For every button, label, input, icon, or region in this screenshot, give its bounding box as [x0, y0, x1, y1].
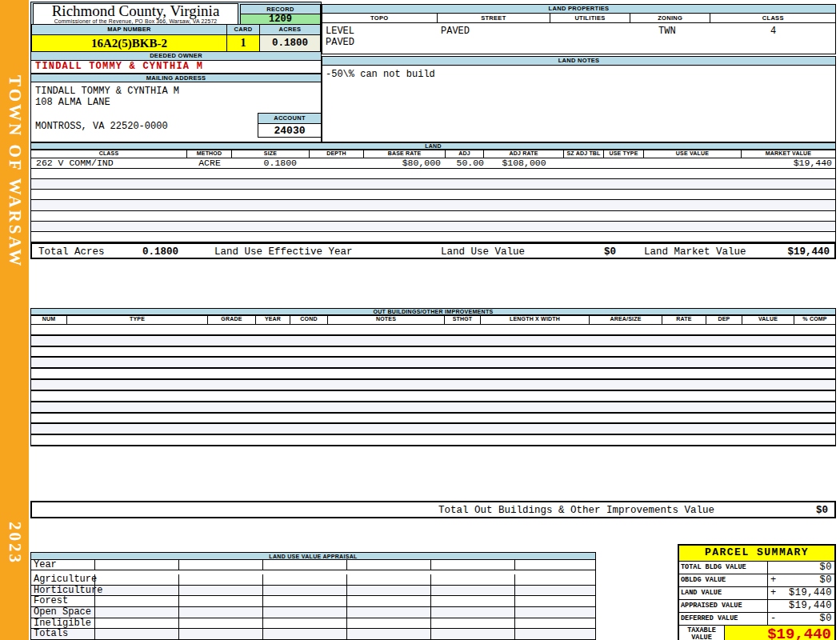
out-buildings-total-bar: Total Out Buildings & Other Improvements… — [30, 501, 836, 518]
appraisal-row-agriculture: Agriculture — [31, 574, 595, 586]
property-record-card: TOWN OF WARSAW 2023 Richmond County, Vir… — [0, 0, 840, 640]
record-box: RECORD 1209 — [240, 4, 321, 24]
land-use-appraisal-title: LAND USE VALUE APPRAISAL — [30, 552, 596, 560]
commissioner-line: Commissioner of the Revenue, PO Box 366,… — [34, 18, 238, 24]
address-line-2: 108 ALMA LANE — [35, 97, 110, 108]
land-col-adj-rate: ADJ RATE — [484, 150, 564, 158]
appraisal-label-year: Year — [31, 560, 95, 570]
land-notes-title: LAND NOTES — [322, 57, 835, 66]
land-sz-adj-tbl-value — [564, 158, 604, 168]
appraisal-row-horticulture: Horticulture — [31, 586, 595, 597]
land-properties-box: LAND PROPERTIES TOPO STREET UTILITIES ZO… — [322, 4, 836, 54]
land-properties-columns: TOPO STREET UTILITIES ZONING CLASS — [322, 14, 835, 23]
out-buildings-total-label: Total Out Buildings & Other Improvements… — [438, 505, 714, 516]
column-utilities: UTILITIES — [550, 14, 630, 23]
column-street: STREET — [438, 14, 551, 23]
ob-col-notes: NOTES — [328, 316, 445, 324]
land-section-title: LAND — [30, 142, 836, 150]
land-col-method: METHOD — [187, 150, 232, 158]
ob-col-dep: DEP — [706, 316, 742, 324]
parcel-value: $19,440 — [782, 587, 834, 599]
parcel-op: - — [768, 613, 782, 625]
effective-year-label: Land Use Effective Year — [214, 246, 353, 258]
deeded-owner-label: DEEDED OWNER — [31, 51, 321, 61]
map-header-row: MAP NUMBER CARD ACRES — [31, 24, 322, 35]
ob-col-length-width: LENGTH X WIDTH — [481, 316, 590, 324]
account-value: 24030 — [258, 124, 321, 138]
ob-col-pct-comp: % COMP — [794, 316, 835, 324]
land-use-value-value — [644, 158, 742, 168]
land-col-class: CLASS — [31, 150, 187, 158]
appraisal-row-ineligible: Ineligible — [31, 618, 595, 630]
taxable-value: $19,440 — [725, 626, 834, 640]
deeded-owner-value: TINDALL TOMMY & CYNTHIA M — [31, 61, 321, 74]
topo-value-1: LEVEL — [326, 26, 354, 37]
header-panel: Richmond County, Virginia Commissioner o… — [30, 2, 322, 142]
land-col-sz-adj-tbl: SZ ADJ TBL — [564, 150, 604, 158]
acres-value: 0.1800 — [259, 34, 321, 52]
ob-col-year: YEAR — [256, 316, 290, 324]
land-use-appraisal-table: Year Agriculture Horticulture Forest Ope… — [30, 560, 596, 640]
appraisal-label-ineligible: Ineligible — [31, 618, 95, 630]
land-data-row: 262 V COMM/IND ACRE 0.1800 $80,000 50.00… — [30, 158, 836, 169]
column-zoning: ZONING — [630, 14, 711, 23]
address-line-1: TINDALL TOMMY & CYNTHIA M — [35, 86, 179, 97]
appraisal-label-horticulture: Horticulture — [31, 586, 95, 597]
land-adj-rate-value: $108,000 — [484, 158, 564, 168]
appraisal-row-forest: Forest — [31, 596, 595, 607]
land-properties-values: LEVEL PAVED TWN 4 PAVED — [322, 23, 835, 54]
land-size-value: 0.1800 — [232, 158, 310, 168]
card-value: 1 — [226, 34, 260, 52]
parcel-value: $0 — [782, 562, 834, 574]
land-note-text: -50\% can not build — [326, 69, 435, 80]
card-label: CARD — [226, 24, 260, 35]
land-col-size: SIZE — [232, 150, 310, 158]
ob-col-rate: RATE — [662, 316, 706, 324]
parcel-row-deferred: DEFERRED VALUE - $0 — [679, 613, 834, 626]
parcel-row-taxable: TAXABLE VALUE $19,440 — [679, 626, 834, 640]
class-value: 4 — [770, 26, 776, 37]
parcel-row-obldg: OBLDG VALUE + $0 — [679, 574, 834, 587]
parcel-value: $19,440 — [782, 600, 834, 612]
appraisal-row-open-space: Open Space — [31, 607, 595, 618]
parcel-label: DEFERRED VALUE — [679, 613, 768, 625]
sidebar-year-label: 2023 — [5, 522, 25, 565]
total-acres-value: 0.1800 — [142, 246, 178, 258]
parcel-label: TOTAL BLDG VALUE — [679, 562, 768, 574]
mailing-address-label: MAILING ADDRESS — [31, 74, 321, 82]
parcel-op: + — [768, 574, 782, 586]
parcel-value: $0 — [782, 613, 834, 625]
parcel-summary-title: PARCEL SUMMARY — [679, 546, 834, 562]
out-buildings-empty-rows — [30, 325, 836, 446]
land-col-base-rate: BASE RATE — [364, 150, 446, 158]
appraisal-label-forest: Forest — [31, 596, 95, 607]
land-method-value: ACRE — [187, 158, 232, 168]
land-class-value: 262 V COMM/IND — [31, 158, 187, 168]
appraisal-row-totals: Totals — [31, 629, 595, 640]
land-col-use-value: USE VALUE — [644, 150, 742, 158]
ob-col-value: VALUE — [742, 316, 794, 324]
map-number-value: 16A2(5)BKB-2 — [31, 34, 227, 52]
column-topo: TOPO — [322, 14, 438, 23]
appraisal-row-year: Year — [31, 560, 595, 570]
total-acres-label: Total Acres — [38, 246, 105, 258]
parcel-op — [768, 562, 782, 574]
taxable-label: TAXABLE VALUE — [679, 626, 725, 640]
account-label: ACCOUNT — [258, 114, 321, 124]
land-col-adj: ADJ — [446, 150, 484, 158]
land-notes-box: LAND NOTES -50\% can not build — [322, 56, 836, 142]
land-col-market-value: MARKET VALUE — [742, 150, 835, 158]
land-empty-rows — [30, 169, 836, 242]
land-market-value-label: Land Market Value — [644, 246, 746, 258]
parcel-label: LAND VALUE — [679, 587, 768, 599]
land-market-value-value: $19,440 — [742, 158, 835, 168]
out-buildings-header-row: NUM TYPE GRADE YEAR COND NOTES STHGT LEN… — [30, 315, 836, 325]
land-use-type-value — [604, 158, 644, 168]
ob-col-num: NUM — [31, 316, 67, 324]
land-base-rate-value: $80,000 — [364, 158, 446, 168]
land-depth-value — [310, 158, 364, 168]
parcel-row-land-value: LAND VALUE + $19,440 — [679, 587, 834, 600]
column-class: CLASS — [710, 14, 835, 23]
land-adj-value: 50.00 — [446, 158, 484, 168]
parcel-label: APPRAISED VALUE — [679, 600, 768, 612]
